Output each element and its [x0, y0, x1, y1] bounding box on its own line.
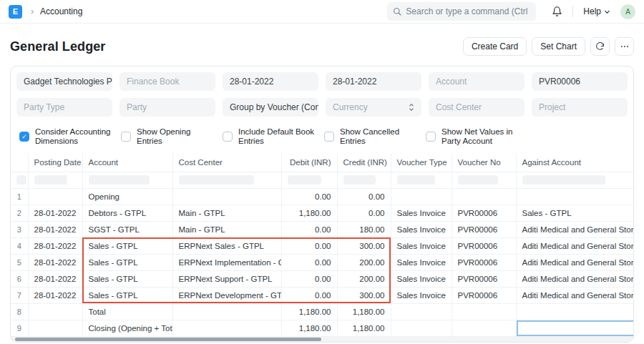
- party-type-filter[interactable]: Party Type: [16, 98, 112, 117]
- cell-voucher-no[interactable]: [452, 320, 516, 336]
- company-filter[interactable]: Gadget Technologies Pvt.: [16, 72, 112, 91]
- cell-debit[interactable]: 1,180.00: [281, 303, 337, 320]
- cell-account[interactable]: Opening: [82, 188, 172, 205]
- column-header-against-account[interactable]: Against Account: [516, 153, 634, 172]
- search-input[interactable]: [406, 6, 530, 16]
- cell-posting-date[interactable]: 28-01-2022: [28, 221, 82, 237]
- filter-pill[interactable]: [179, 175, 254, 185]
- filter-pill[interactable]: [522, 175, 606, 185]
- column-filter-posting-date[interactable]: [28, 172, 82, 188]
- cell-account[interactable]: Sales - GTPL: [82, 237, 172, 254]
- cell-credit[interactable]: 300.00: [337, 287, 391, 303]
- cell-account[interactable]: Debtors - GTPL: [82, 205, 172, 221]
- party-filter[interactable]: Party: [119, 98, 215, 117]
- cell-cost-center[interactable]: ERPNext Support - GTPL: [172, 270, 281, 287]
- cell-credit[interactable]: 1,180.00: [337, 320, 391, 336]
- cost-center-filter[interactable]: Cost Center: [429, 98, 525, 117]
- filter-pill[interactable]: [34, 175, 67, 185]
- column-header-cost-center[interactable]: Cost Center: [172, 153, 281, 172]
- group-by-filter[interactable]: Group by Voucher (Consol: [223, 98, 318, 117]
- cell-account[interactable]: Sales - GTPL: [82, 254, 172, 270]
- filter-pill[interactable]: [458, 175, 499, 185]
- app-logo-icon[interactable]: E: [9, 5, 22, 19]
- cell-cost-center[interactable]: Main - GTPL: [172, 221, 281, 237]
- cell-account[interactable]: Total: [82, 303, 172, 320]
- horizontal-scrollbar[interactable]: [11, 337, 633, 342]
- checkbox-show-cancelled-entries[interactable]: Show Cancelled Entries: [324, 127, 426, 146]
- filter-pill[interactable]: [343, 175, 376, 185]
- cell-credit[interactable]: 200.00: [337, 270, 391, 287]
- cell-posting-date[interactable]: 28-01-2022: [28, 270, 82, 287]
- column-header-debit-inr-[interactable]: Debit (INR): [281, 153, 337, 172]
- column-filter-cost-center[interactable]: [172, 172, 281, 188]
- cell-credit[interactable]: 300.00: [337, 237, 391, 254]
- column-filter-debit[interactable]: [281, 172, 337, 188]
- cell-cost-center[interactable]: [172, 303, 281, 320]
- cell-account[interactable]: Closing (Opening + Total): [82, 320, 172, 336]
- finance-book-filter[interactable]: Finance Book: [119, 72, 215, 91]
- cell-posting-date[interactable]: 28-01-2022: [28, 237, 82, 254]
- cell-posting-date[interactable]: [28, 303, 82, 320]
- cell-against[interactable]: [516, 320, 634, 336]
- column-filter-credit[interactable]: [337, 172, 391, 188]
- set-chart-button[interactable]: Set Chart: [532, 37, 585, 56]
- cell-account[interactable]: Sales - GTPL: [82, 287, 172, 303]
- cell-credit[interactable]: 0.00: [337, 188, 391, 205]
- checkbox-unchecked-icon[interactable]: [223, 132, 233, 142]
- search-bar[interactable]: [387, 2, 536, 21]
- cell-posting-date[interactable]: 28-01-2022: [28, 254, 82, 270]
- breadcrumb[interactable]: Accounting: [40, 6, 82, 16]
- cell-debit[interactable]: 1,180.00: [281, 320, 337, 336]
- checkbox-include-default-book-entries[interactable]: Include Default Book Entries: [223, 127, 324, 146]
- filter-pill[interactable]: [89, 175, 150, 185]
- cell-voucher-no[interactable]: PVR00006: [452, 221, 516, 237]
- from-date-filter[interactable]: 28-01-2022: [223, 72, 318, 91]
- cell-voucher-no[interactable]: PVR00006: [452, 287, 516, 303]
- help-menu[interactable]: Help: [583, 6, 610, 16]
- column-header-posting-date[interactable]: Posting Date: [28, 153, 82, 172]
- column-filter-account[interactable]: [82, 172, 172, 188]
- refresh-button[interactable]: [590, 37, 610, 56]
- checkbox-unchecked-icon[interactable]: [426, 132, 436, 142]
- cell-debit[interactable]: 0.00: [281, 188, 337, 205]
- cell-voucher-type[interactable]: [391, 320, 452, 336]
- column-header-credit-inr-[interactable]: Credit (INR): [337, 153, 391, 172]
- cell-debit[interactable]: 0.00: [281, 254, 337, 270]
- cell-against[interactable]: Sales - GTPL: [516, 205, 634, 221]
- cell-credit[interactable]: 200.00: [337, 254, 391, 270]
- cell-credit[interactable]: 1,180.00: [337, 303, 391, 320]
- cell-voucher-no[interactable]: PVR00006: [452, 254, 516, 270]
- cell-against[interactable]: Aditi Medical and General Stores: [516, 221, 634, 237]
- cell-voucher-type[interactable]: Sales Invoice: [391, 237, 452, 254]
- cell-voucher-type[interactable]: Sales Invoice: [391, 254, 452, 270]
- cell-debit[interactable]: 1,180.00: [281, 205, 337, 221]
- scrollbar-thumb[interactable]: [15, 338, 321, 341]
- cell-debit[interactable]: 0.00: [281, 270, 337, 287]
- filter-pill[interactable]: [288, 175, 322, 185]
- avatar[interactable]: A: [620, 4, 635, 19]
- cell-against[interactable]: Aditi Medical and General Stores: [516, 254, 634, 270]
- cell-account[interactable]: SGST - GTPL: [82, 221, 172, 237]
- column-filter-against[interactable]: [516, 172, 634, 188]
- cell-voucher-type[interactable]: Sales Invoice: [391, 270, 452, 287]
- filter-pill[interactable]: [397, 175, 435, 185]
- cell-voucher-no[interactable]: [452, 303, 516, 320]
- cell-cost-center[interactable]: Main - GTPL: [172, 205, 281, 221]
- currency-filter[interactable]: Currency: [326, 98, 421, 117]
- column-header-row-number[interactable]: [11, 153, 28, 172]
- notification-bell-icon[interactable]: [552, 6, 562, 17]
- account-filter[interactable]: Account: [429, 72, 525, 91]
- cell-voucher-type[interactable]: Sales Invoice: [391, 287, 452, 303]
- cell-against[interactable]: [516, 188, 634, 205]
- cell-voucher-no[interactable]: [452, 188, 516, 205]
- checkbox-unchecked-icon[interactable]: [121, 132, 131, 142]
- cell-debit[interactable]: 0.00: [281, 287, 337, 303]
- cell-cost-center[interactable]: ERPNext Implementation - GTPL: [172, 254, 281, 270]
- checkbox-consider-accounting-dimensions[interactable]: ✓Consider Accounting Dimensions: [19, 127, 121, 146]
- cell-cost-center[interactable]: ERPNext Development - GTPL: [172, 287, 281, 303]
- cell-against[interactable]: Aditi Medical and General Stores: [516, 287, 634, 303]
- checkbox-unchecked-icon[interactable]: [324, 132, 334, 142]
- cell-voucher-no[interactable]: PVR00006: [452, 270, 516, 287]
- cell-account[interactable]: Sales - GTPL: [82, 270, 172, 287]
- cell-posting-date[interactable]: 28-01-2022: [28, 205, 82, 221]
